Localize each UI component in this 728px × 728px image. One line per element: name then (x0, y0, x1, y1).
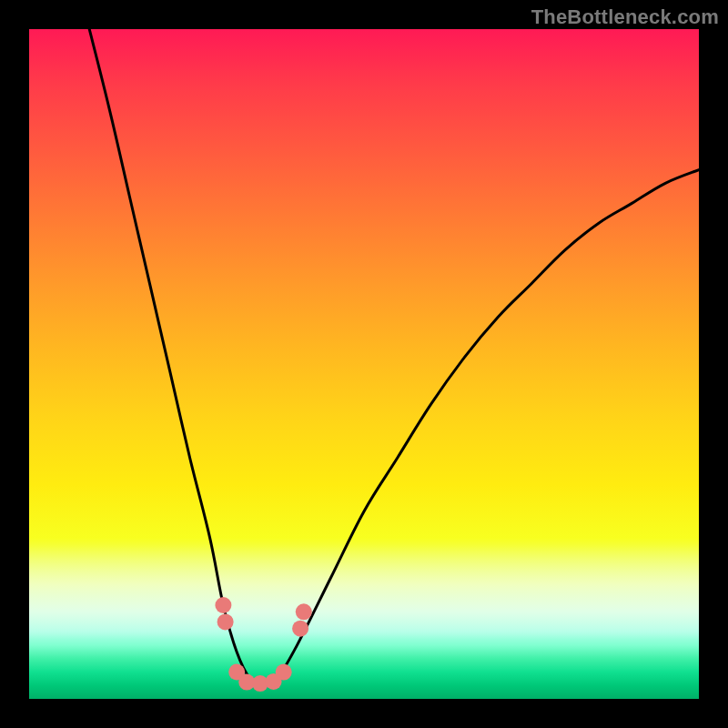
curve-marker (215, 597, 231, 613)
chart-frame: TheBottleneck.com (0, 0, 728, 728)
curve-marker (296, 603, 312, 620)
curve-marker (217, 613, 234, 630)
bottleneck-curve-svg (29, 29, 699, 699)
plot-area (29, 29, 699, 699)
bottleneck-curve (89, 29, 699, 685)
watermark-text: TheBottleneck.com (531, 5, 719, 29)
curve-marker (292, 621, 308, 637)
curve-marker (276, 664, 292, 681)
